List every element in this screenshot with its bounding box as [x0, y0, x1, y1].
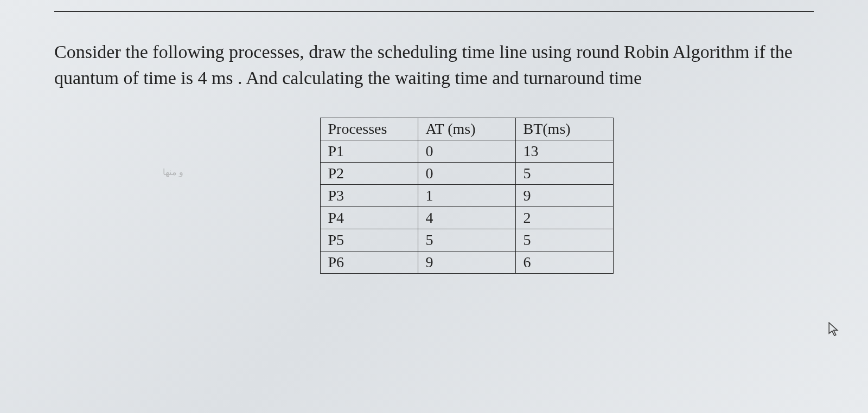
cell-bt: 13	[515, 140, 613, 163]
cell-bt: 9	[515, 185, 613, 207]
cell-bt: 5	[515, 229, 613, 251]
cell-process: P2	[320, 163, 418, 185]
table-row: P1 0 13	[320, 140, 613, 163]
decorative-artifact: و منها	[163, 167, 183, 177]
cell-process: P3	[320, 185, 418, 207]
table-row: P4 4 2	[320, 207, 613, 229]
cell-at: 1	[418, 185, 515, 207]
table-row: P3 1 9	[320, 185, 613, 207]
cell-bt: 6	[515, 251, 613, 274]
cell-at: 9	[418, 251, 515, 274]
cell-at: 5	[418, 229, 515, 251]
cell-bt: 5	[515, 163, 613, 185]
horizontal-rule	[54, 11, 814, 12]
header-at: AT (ms)	[418, 118, 515, 140]
cell-at: 0	[418, 163, 515, 185]
cell-process: P4	[320, 207, 418, 229]
cell-at: 4	[418, 207, 515, 229]
cursor-icon	[828, 322, 841, 337]
header-processes: Processes	[320, 118, 418, 140]
cell-at: 0	[418, 140, 515, 163]
header-bt: BT(ms)	[515, 118, 613, 140]
cell-process: P5	[320, 229, 418, 251]
process-table-container: Processes AT (ms) BT(ms) P1 0 13 P2 0 5 …	[49, 118, 819, 274]
cell-bt: 2	[515, 207, 613, 229]
table-header-row: Processes AT (ms) BT(ms)	[320, 118, 613, 140]
process-table: Processes AT (ms) BT(ms) P1 0 13 P2 0 5 …	[320, 118, 614, 274]
cell-process: P1	[320, 140, 418, 163]
cell-process: P6	[320, 251, 418, 274]
question-text: Consider the following processes, draw t…	[49, 39, 819, 91]
table-row: P2 0 5	[320, 163, 613, 185]
table-row: P5 5 5	[320, 229, 613, 251]
table-row: P6 9 6	[320, 251, 613, 274]
